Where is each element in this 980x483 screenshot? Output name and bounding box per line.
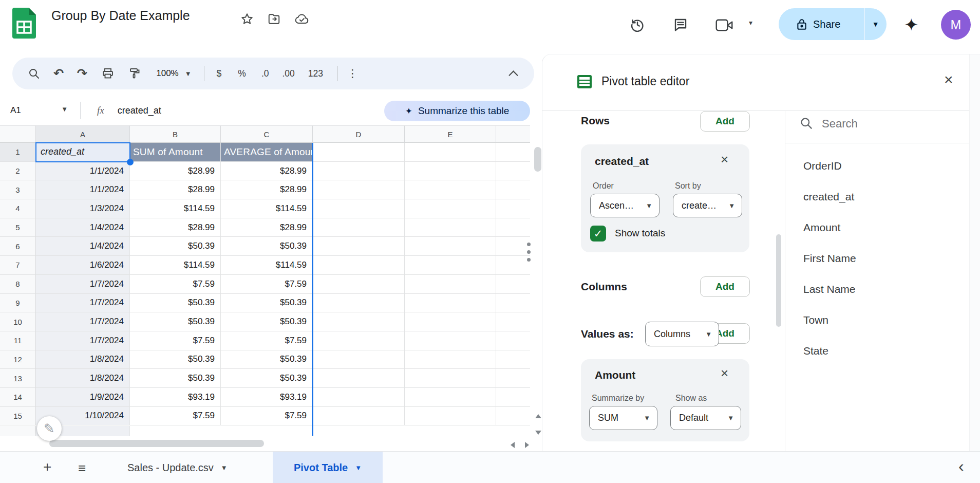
sheets-logo-icon[interactable] [12,8,36,39]
scroll-right-arrow[interactable] [525,442,529,448]
account-avatar[interactable]: M [941,10,971,40]
cell-C9[interactable]: $50.39 [221,294,313,313]
rows-add-button[interactable]: Add [700,111,750,132]
column-header-C[interactable]: C [221,125,313,143]
cell-E2[interactable] [405,162,496,181]
cell-A8[interactable]: 1/7/2024 [36,275,130,294]
collapse-panel-chevron[interactable]: ‹ [958,457,964,476]
row-header-8[interactable]: 8 [0,275,36,294]
field-item-first-name[interactable]: First Name [785,243,969,274]
cell-A12[interactable]: 1/8/2024 [36,350,130,369]
cell-E11[interactable] [405,331,496,350]
row-header-7[interactable]: 7 [0,256,36,275]
field-item-orderid[interactable]: OrderID [785,151,969,181]
cell-E3[interactable] [405,180,496,199]
cell-C6[interactable]: $50.39 [221,237,313,256]
name-box-arrow[interactable]: ▼ [61,105,68,113]
cell-E10[interactable] [405,312,496,331]
comments-icon[interactable] [673,17,688,32]
cell-A1[interactable]: created_at [36,143,130,162]
meet-dropdown-arrow[interactable]: ▾ [749,18,752,27]
all-sheets-icon[interactable]: ≡ [78,460,86,476]
cell-B6[interactable]: $50.39 [130,237,221,256]
cell-E6[interactable] [405,237,496,256]
cell-B12[interactable]: $50.39 [130,350,221,369]
cell-F4[interactable] [496,199,530,218]
columns-add-button[interactable]: Add [700,276,750,297]
cell-C12[interactable]: $50.39 [221,350,313,369]
cell-E13[interactable] [405,369,496,388]
edit-pencil-button[interactable]: ✎ [37,416,62,441]
cell-A10[interactable]: 1/7/2024 [36,312,130,331]
fill-handle[interactable] [127,159,134,165]
cell-C11[interactable]: $7.59 [221,331,313,350]
column-header-A[interactable]: A [36,125,130,143]
summarize-by-dropdown[interactable]: SUM▼ [589,406,657,430]
star-icon[interactable] [240,12,254,26]
cell-C7[interactable]: $114.59 [221,256,313,275]
field-item-created_at[interactable]: created_at [785,181,969,212]
cell-E5[interactable] [405,218,496,237]
summarize-table-button[interactable]: ✦ Summarize this table [384,101,530,121]
cell-F7[interactable] [496,256,530,275]
sort-by-dropdown[interactable]: create…▼ [673,194,742,217]
show-totals-checkbox[interactable]: ✓ [590,226,606,242]
scroll-up-arrow[interactable] [535,414,541,418]
cell-C2[interactable]: $28.99 [221,162,313,181]
cell-B4[interactable]: $114.59 [130,199,221,218]
cell-F2[interactable] [496,162,530,181]
cell-B7[interactable]: $114.59 [130,256,221,275]
cell-C3[interactable]: $28.99 [221,180,313,199]
cell-D10[interactable] [313,312,405,331]
percent-format-button[interactable]: % [238,68,246,79]
cell-E14[interactable] [405,388,496,407]
cell-C1[interactable]: AVERAGE of Amount [221,143,313,162]
horizontal-scrollbar-thumb[interactable] [49,440,264,447]
cell-A11[interactable]: 1/7/2024 [36,331,130,350]
cell-C8[interactable]: $7.59 [221,275,313,294]
document-title[interactable]: Group By Date Example [51,8,190,23]
order-dropdown[interactable]: Ascen…▼ [590,194,659,217]
cell-B5[interactable]: $28.99 [130,218,221,237]
currency-format-button[interactable]: $ [217,68,222,79]
cell-D8[interactable] [313,275,405,294]
show-as-dropdown[interactable]: Default▼ [670,406,741,430]
search-menus-icon[interactable] [28,67,40,80]
column-header-B[interactable]: B [130,125,221,143]
column-header-E[interactable]: E [405,125,496,143]
rows-field-remove-icon[interactable]: × [721,152,728,168]
scroll-down-arrow[interactable] [535,431,541,435]
cell-A9[interactable]: 1/7/2024 [36,294,130,313]
cell-B9[interactable]: $50.39 [130,294,221,313]
field-item-state[interactable]: State [785,336,969,366]
field-item-town[interactable]: Town [785,305,969,336]
cell-C10[interactable]: $50.39 [221,312,313,331]
cell-A7[interactable]: 1/6/2024 [36,256,130,275]
name-box[interactable]: A1 ▼ [10,105,68,116]
number-format-button[interactable]: 123 [308,68,323,79]
cell-D6[interactable] [313,237,405,256]
cell-F13[interactable] [496,369,530,388]
cell-D7[interactable] [313,256,405,275]
cell-E8[interactable] [405,275,496,294]
sheet-tab-pivot-table[interactable]: Pivot Table ▼ [273,452,383,483]
sheet-tab-arrow[interactable]: ▼ [355,464,362,472]
cell-A6[interactable]: 1/4/2024 [36,237,130,256]
cell-C13[interactable]: $50.39 [221,369,313,388]
cell-A2[interactable]: 1/1/2024 [36,162,130,181]
cell-D2[interactable] [313,162,405,181]
cell-B13[interactable]: $50.39 [130,369,221,388]
cell-F9[interactable] [496,294,530,313]
redo-icon[interactable]: ↷ [77,66,87,81]
cell-D1[interactable] [313,143,405,162]
row-header-12[interactable]: 12 [0,350,36,369]
column-header-partial[interactable] [496,125,530,143]
cell-D15[interactable] [313,407,405,426]
cell-C14[interactable]: $93.19 [221,388,313,407]
cell-F8[interactable] [496,275,530,294]
values-field-remove-icon[interactable]: × [721,365,728,381]
cell-F5[interactable] [496,218,530,237]
cell-E4[interactable] [405,199,496,218]
cell-C15[interactable]: $7.59 [221,407,313,426]
cell-A4[interactable]: 1/3/2024 [36,199,130,218]
